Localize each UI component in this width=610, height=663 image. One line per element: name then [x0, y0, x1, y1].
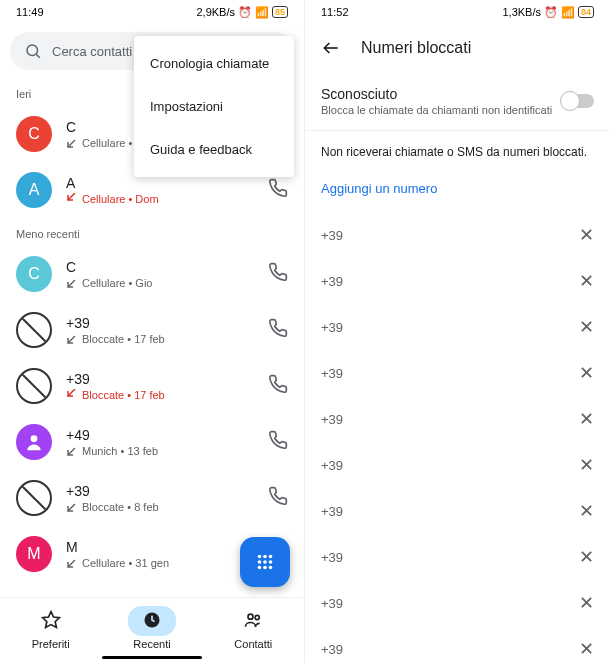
call-button[interactable] [268, 486, 288, 510]
svg-line-9 [68, 504, 75, 511]
blocked-number: +39 [321, 366, 343, 381]
blocked-row: +39✕ [305, 534, 610, 580]
call-name: +39 [66, 371, 254, 387]
avatar: C [16, 256, 52, 292]
phone-app-recents-screen: 11:49 2,9KB/s ⏰ 📶 85 Cerca contatti e Cr… [0, 0, 305, 663]
svg-point-11 [258, 555, 262, 559]
status-right: 2,9KB/s ⏰ 📶 85 [196, 6, 288, 19]
remove-icon[interactable]: ✕ [579, 270, 594, 292]
screen-header: Numeri bloccati [305, 24, 610, 72]
call-button[interactable] [268, 374, 288, 398]
notice-text: Non riceverai chiamate o SMS da numeri b… [305, 131, 610, 173]
remove-icon[interactable]: ✕ [579, 224, 594, 246]
call-name: +49 [66, 427, 254, 443]
svg-line-1 [36, 54, 39, 57]
status-time: 11:49 [16, 6, 44, 18]
blocked-numbers-screen: 11:52 1,3KB/s ⏰ 📶 84 Numeri bloccati Sco… [305, 0, 610, 663]
unknown-toggle-row[interactable]: Sconosciuto Blocca le chiamate da chiama… [305, 72, 610, 131]
svg-point-15 [263, 560, 267, 564]
svg-point-16 [269, 560, 273, 564]
avatar [16, 424, 52, 460]
call-name: M [66, 539, 254, 555]
remove-icon[interactable]: ✕ [579, 454, 594, 476]
add-number-link[interactable]: Aggiungi un numero [305, 173, 610, 212]
people-icon [243, 610, 263, 630]
call-subtitle: Cellulare • 31 gen [66, 557, 254, 569]
svg-line-3 [68, 193, 75, 200]
remove-icon[interactable]: ✕ [579, 500, 594, 522]
call-button[interactable] [268, 318, 288, 342]
svg-point-12 [263, 555, 267, 559]
blocked-icon [16, 480, 52, 516]
blocked-list: +39✕+39✕+39✕+39✕+39✕+39✕+39✕+39✕+39✕+39✕… [305, 212, 610, 663]
call-row[interactable]: +39Bloccate • 17 feb [0, 358, 304, 414]
call-row[interactable]: +49Munich • 13 feb [0, 414, 304, 470]
remove-icon[interactable]: ✕ [579, 638, 594, 660]
page-title: Numeri bloccati [361, 39, 471, 57]
avatar: A [16, 172, 52, 208]
svg-point-7 [31, 435, 38, 442]
nav-recents[interactable]: Recenti [128, 606, 176, 650]
svg-point-23 [255, 615, 259, 619]
call-subtitle: Cellulare • Gio [66, 277, 254, 289]
blocked-number: +39 [321, 550, 343, 565]
svg-point-0 [27, 45, 38, 56]
svg-line-5 [68, 336, 75, 343]
toggle-switch[interactable] [562, 94, 594, 108]
remove-icon[interactable]: ✕ [579, 592, 594, 614]
menu-call-history[interactable]: Cronologia chiamate [134, 42, 294, 85]
blocked-icon [16, 312, 52, 348]
call-button[interactable] [268, 262, 288, 286]
status-right: 1,3KB/s ⏰ 📶 84 [502, 6, 594, 19]
overflow-menu: Cronologia chiamate Impostazioni Guida e… [134, 36, 294, 177]
call-row[interactable]: CCCellulare • Gio [0, 246, 304, 302]
blocked-number: +39 [321, 274, 343, 289]
call-row[interactable]: +39Bloccate • 8 feb [0, 470, 304, 526]
call-subtitle: Munich • 13 feb [66, 445, 254, 457]
blocked-row: +39✕ [305, 258, 610, 304]
remove-icon[interactable]: ✕ [579, 362, 594, 384]
blocked-icon [16, 368, 52, 404]
battery-indicator: 84 [578, 6, 594, 18]
menu-help[interactable]: Guida e feedback [134, 128, 294, 171]
bottom-nav: Preferiti Recenti Contatti [0, 597, 304, 654]
call-button[interactable] [268, 178, 288, 202]
section-older: Meno recenti [0, 218, 304, 246]
nav-favorites[interactable]: Preferiti [27, 606, 75, 650]
call-subtitle: Bloccate • 8 feb [66, 501, 254, 513]
toggle-subtitle: Blocca le chiamate da chiamanti non iden… [321, 104, 552, 116]
call-name: +39 [66, 483, 254, 499]
svg-line-4 [68, 280, 75, 287]
blocked-row: +39✕ [305, 304, 610, 350]
blocked-number: +39 [321, 596, 343, 611]
dialpad-icon [254, 551, 276, 573]
status-time: 11:52 [321, 6, 349, 18]
clock-icon [142, 610, 162, 630]
call-subtitle: Bloccate • 17 feb [66, 389, 254, 401]
search-placeholder: Cerca contatti e [52, 44, 143, 59]
menu-settings[interactable]: Impostazioni [134, 85, 294, 128]
call-row[interactable]: +39Bloccate • 17 feb [0, 302, 304, 358]
status-bar: 11:49 2,9KB/s ⏰ 📶 85 [0, 0, 304, 24]
remove-icon[interactable]: ✕ [579, 546, 594, 568]
signal-icon: 📶 [561, 6, 575, 19]
home-indicator [102, 656, 202, 659]
svg-point-13 [269, 555, 273, 559]
blocked-number: +39 [321, 642, 343, 657]
dialpad-fab[interactable] [240, 537, 290, 587]
call-subtitle: Bloccate • 17 feb [66, 333, 254, 345]
svg-line-8 [68, 448, 75, 455]
blocked-number: +39 [321, 504, 343, 519]
back-icon[interactable] [321, 38, 341, 58]
status-bar: 11:52 1,3KB/s ⏰ 📶 84 [305, 0, 610, 24]
call-name: A [66, 175, 254, 191]
blocked-number: +39 [321, 228, 343, 243]
star-icon [41, 610, 61, 630]
nav-contacts[interactable]: Contatti [229, 606, 277, 650]
remove-icon[interactable]: ✕ [579, 316, 594, 338]
remove-icon[interactable]: ✕ [579, 408, 594, 430]
blocked-row: +39✕ [305, 396, 610, 442]
svg-point-18 [263, 566, 267, 570]
blocked-number: +39 [321, 458, 343, 473]
call-button[interactable] [268, 430, 288, 454]
